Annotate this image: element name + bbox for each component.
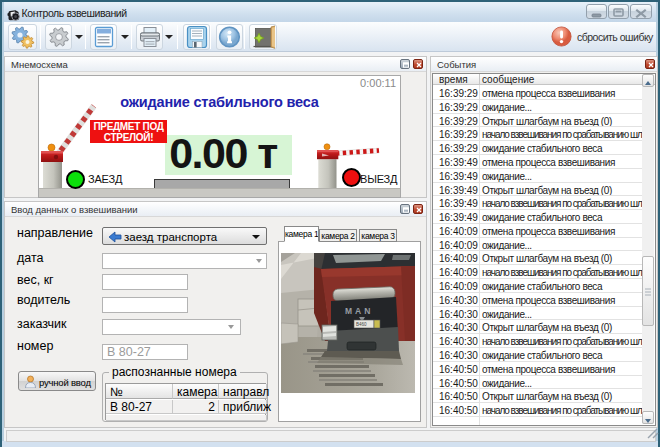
- svg-text:B460: B460: [356, 322, 367, 327]
- svg-text:MAN: MAN: [345, 306, 373, 316]
